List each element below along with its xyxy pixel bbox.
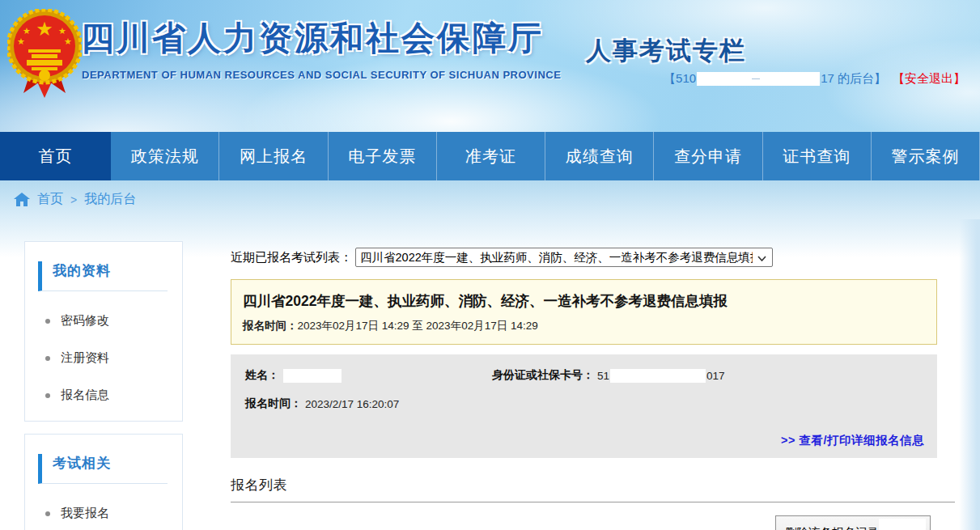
sidebar-section-title: 我的资料 [38, 261, 168, 291]
nav-item-e-invoice[interactable]: 电子发票 [328, 132, 436, 180]
logout-link[interactable]: 【安全退出】 [893, 71, 965, 87]
sidebar-item-apply-exam[interactable]: 我要报名 [25, 506, 182, 521]
sidebar-section-title: 考试相关 [38, 454, 168, 484]
backstage-status: 【510 17 的后台】 【安全退出】 [664, 71, 965, 87]
svg-text:★: ★ [58, 26, 66, 36]
sidebar-section-my-profile: 我的资料 密码修改 注册资料 报名信息 [24, 241, 183, 422]
nav-item-admission-ticket[interactable]: 准考证 [436, 132, 545, 180]
id-label: 身份证或社保卡号： [492, 368, 594, 383]
chevron-down-icon [757, 251, 766, 264]
sidebar-item-label: 注册资料 [61, 350, 109, 366]
breadcrumb-separator: > [70, 193, 77, 206]
exam-notice-time: 报名时间：2023年02月17日 14:29 至 2023年02月17日 14:… [243, 319, 927, 333]
site-header: ★ ★ ★ ★ ★ 四川省人力资源和社会保障厅 DEPARTMENT OF HU… [0, 0, 980, 132]
bullet-icon [45, 319, 50, 324]
registration-info-box: 姓名： 身份证或社保卡号： 51 017 报名时间： 2023/2/17 16:… [231, 354, 937, 458]
home-icon [14, 193, 30, 206]
page-body: 首页 > 我的后台 我的资料 密码修改 注册资料 报名信息 [0, 180, 980, 530]
exam-time-value: 2023年02月17日 14:29 至 2023年02月17日 14:29 [298, 320, 538, 332]
svg-text:★: ★ [36, 18, 53, 40]
id-value-prefix: 51 [597, 370, 609, 382]
redaction-box [697, 72, 820, 86]
svg-text:★: ★ [23, 26, 31, 36]
right-edge-decoration [959, 219, 980, 530]
nav-item-warning-cases[interactable]: 警示案例 [871, 132, 980, 180]
main-content: 近期已报名考试列表： 四川省2022年度一建、执业药师、消防、经济、一造补考不参… [231, 241, 955, 530]
breadcrumb-home-link[interactable]: 首页 [37, 191, 63, 208]
bullet-icon [45, 511, 50, 516]
bullet-icon [45, 393, 50, 398]
sidebar: 我的资料 密码修改 注册资料 报名信息 考试相关 [24, 241, 183, 530]
delete-record-button-label: 删除该条报名记录 [785, 526, 879, 530]
sidebar-section-exam-related: 考试相关 我要报名 打印准考证 [24, 434, 183, 530]
recent-exam-row: 近期已报名考试列表： 四川省2022年度一建、执业药师、消防、经济、一造补考不参… [231, 248, 955, 267]
china-national-emblem-logo: ★ ★ ★ ★ ★ [7, 9, 82, 100]
nav-item-score-query[interactable]: 成绩查询 [545, 132, 653, 180]
backstage-text-prefix: 【510 [664, 71, 696, 87]
name-field: 姓名： [245, 368, 492, 383]
id-field: 身份证或社保卡号： 51 017 [492, 368, 725, 383]
org-title-chinese: 四川省人力资源和社会保障厅 [81, 16, 544, 61]
redaction-box [610, 369, 706, 383]
id-value-suffix: 017 [706, 370, 725, 382]
redaction-box [879, 519, 926, 530]
nav-item-online-registration[interactable]: 网上报名 [218, 132, 327, 180]
breadcrumb-current: 我的后台 [84, 191, 136, 208]
delete-record-button[interactable]: 删除该条报名记录 [775, 515, 931, 530]
bullet-icon [45, 356, 50, 361]
registration-time-value: 2023/2/17 16:20:07 [305, 398, 399, 410]
name-label: 姓名： [245, 368, 279, 383]
exam-select-value: 四川省2022年度一建、执业药师、消防、经济、一造补考不参考退费信息填报 [360, 250, 753, 265]
breadcrumb: 首页 > 我的后台 [14, 191, 136, 208]
main-nav: 首页 政策法规 网上报名 电子发票 准考证 成绩查询 查分申请 证书查询 警示案… [0, 132, 980, 180]
recent-exam-list-label: 近期已报名考试列表： [231, 250, 352, 265]
registration-time-label: 报名时间： [245, 396, 302, 411]
exam-notice-title: 四川省2022年度一建、执业药师、消防、经济、一造补考不参考退费信息填报 [243, 291, 927, 311]
nav-item-certificate-query[interactable]: 证书查询 [762, 132, 871, 180]
redaction-box [283, 369, 342, 383]
divider [231, 502, 955, 502]
sidebar-item-label: 我要报名 [61, 506, 109, 521]
section-title: 人事考试专栏 [586, 34, 746, 68]
sidebar-item-label: 密码修改 [61, 313, 109, 329]
nav-item-score-review[interactable]: 查分申请 [653, 132, 762, 180]
sidebar-item-registration-profile[interactable]: 注册资料 [25, 350, 182, 366]
registration-time-field: 报名时间： 2023/2/17 16:20:07 [245, 396, 399, 411]
backstage-text-suffix: 17 的后台】 [821, 71, 886, 87]
exam-time-label: 报名时间： [243, 320, 298, 332]
registration-list-title: 报名列表 [231, 476, 955, 494]
sidebar-item-password-change[interactable]: 密码修改 [25, 313, 182, 329]
nav-item-home[interactable]: 首页 [0, 132, 111, 180]
svg-text:★: ★ [17, 36, 25, 46]
nav-item-policies[interactable]: 政策法规 [111, 132, 218, 180]
org-title-english: DEPARTMENT OF HUMAN RESOURCES AND SOCIAL… [82, 69, 561, 81]
view-print-detail-link[interactable]: >> 查看/打印详细报名信息 [781, 434, 924, 447]
sidebar-item-registration-info[interactable]: 报名信息 [25, 388, 182, 403]
exam-notice-box: 四川省2022年度一建、执业药师、消防、经济、一造补考不参考退费信息填报 报名时… [231, 279, 937, 345]
exam-select-dropdown[interactable]: 四川省2022年度一建、执业药师、消防、经济、一造补考不参考退费信息填报 [355, 248, 773, 267]
sidebar-item-label: 报名信息 [61, 388, 109, 403]
svg-text:★: ★ [64, 36, 72, 46]
